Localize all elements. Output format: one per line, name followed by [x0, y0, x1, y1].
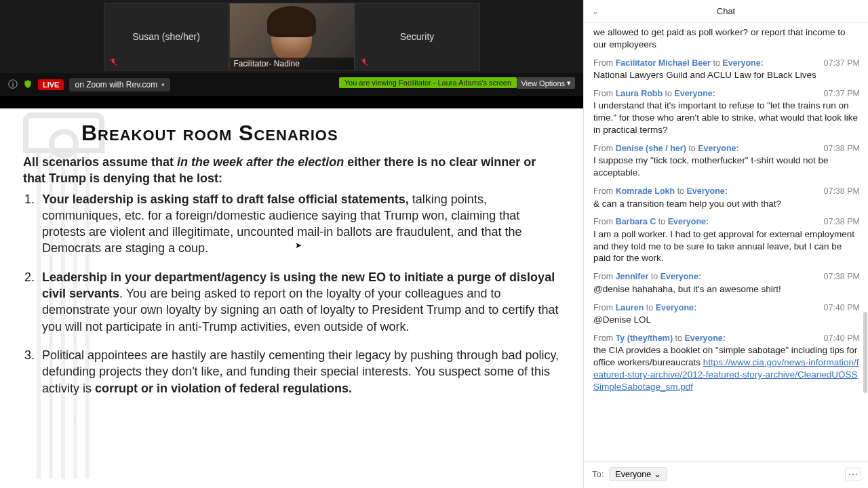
intro-em: in the week after the election: [177, 155, 344, 169]
chat-messages[interactable]: we allowed to get paid as poll worker? o…: [584, 23, 868, 461]
chevron-down-icon: ⌄: [654, 469, 661, 479]
shared-screen: Breakout room Scenarios All scenarios as…: [0, 96, 583, 488]
chat-message-body: I suppose my "tick tock, motherfucker" t…: [593, 155, 860, 179]
to-label: To:: [592, 469, 604, 479]
chat-message-time: 07:38 PM: [823, 216, 860, 228]
scrollbar-thumb[interactable]: [863, 312, 867, 393]
participant-name: Facilitator- Nadine: [230, 58, 354, 70]
stream-label: on Zoom with Rev.com: [75, 80, 157, 89]
scenario-item: Your leadership is asking staff to draft…: [38, 191, 560, 257]
participant-tile-susan[interactable]: Susan (she/her): [104, 3, 229, 70]
chat-message-header: From Komrade Lokh to Everyone:07:38 PM: [593, 186, 860, 197]
chat-message-time: 07:38 PM: [823, 143, 860, 155]
chat-link[interactable]: https://www.cia.gov/news-information/fea…: [593, 357, 859, 392]
view-options-button[interactable]: View Options ▾: [517, 77, 575, 89]
chevron-down-icon: ▾: [567, 79, 571, 87]
chat-message: From Denise (she / her) to Everyone:07:3…: [593, 143, 860, 179]
chat-message-body: I understand that it's important to refu…: [593, 100, 860, 136]
participant-tile-nadine[interactable]: Facilitator- Nadine: [229, 3, 355, 70]
audience-value: Everyone: [615, 470, 651, 479]
chat-message-header: From Jennifer to Everyone:07:38 PM: [593, 271, 860, 283]
chat-message: From Laura Robb to Everyone:07:37 PMI un…: [593, 88, 860, 136]
chat-message-time: 07:37 PM: [823, 88, 860, 100]
participant-name: Susan (she/her): [132, 31, 200, 42]
scenario-lead: corrupt or in violation of federal regul…: [95, 382, 352, 395]
audience-selector[interactable]: Everyone ⌄: [609, 467, 667, 481]
slide-content: Breakout room Scenarios All scenarios as…: [0, 108, 583, 488]
meeting-toolbar: ⓘ LIVE on Zoom with Rev.com ▾ You are vi…: [0, 73, 583, 96]
scenario-rest: . You are being asked to report on the l…: [42, 287, 558, 333]
column-decoration: [23, 113, 104, 488]
more-button[interactable]: ⋯: [845, 468, 861, 481]
mute-icon: [108, 58, 118, 67]
scenario-list: Your leadership is asking staff to draft…: [38, 191, 560, 396]
chat-message: From Facilitator Michael Beer to Everyon…: [593, 58, 860, 81]
live-badge: LIVE: [38, 79, 64, 90]
view-options-label: View Options: [521, 79, 565, 87]
chat-message-body: & can a transition team help you out wit…: [593, 198, 860, 210]
chat-message-time: 07:37 PM: [823, 58, 860, 69]
chat-message-body: @Denise LOL: [593, 314, 860, 326]
shield-icon[interactable]: [23, 79, 33, 91]
chat-message-header: From Ty (they/them) to Everyone:07:40 PM: [593, 333, 860, 344]
chat-message: From Jennifer to Everyone:07:38 PM@denis…: [593, 271, 860, 295]
chevron-down-icon: ▾: [161, 81, 165, 88]
chat-message-time: 07:40 PM: [823, 333, 860, 344]
chat-message-header: From Facilitator Michael Beer to Everyon…: [593, 58, 860, 69]
chat-message-header: From Laura Robb to Everyone:07:37 PM: [593, 88, 860, 100]
meeting-panel: Susan (she/her) Facilitator- Nadine Secu…: [0, 0, 583, 488]
chat-message: From Lauren to Everyone:07:40 PM@Denise …: [593, 302, 860, 326]
chat-panel: ⌄ Chat we allowed to get paid as poll wo…: [583, 0, 868, 488]
chat-message-header: From Barbara C to Everyone:07:38 PM: [593, 216, 860, 228]
video-gallery: Susan (she/her) Facilitator- Nadine Secu…: [0, 0, 583, 73]
stream-selector[interactable]: on Zoom with Rev.com ▾: [69, 78, 170, 92]
chat-message-body: National Lawyers Guild and ACLU Law for …: [593, 69, 860, 81]
chat-message-body: we allowed to get paid as poll worker? o…: [593, 26, 860, 51]
chat-message-time: 07:40 PM: [823, 302, 860, 314]
mute-icon: [359, 58, 369, 67]
scenario-item: Leadership in your department/agency is …: [38, 269, 560, 335]
chat-message: From Ty (they/them) to Everyone:07:40 PM…: [593, 333, 860, 393]
info-icon[interactable]: ⓘ: [8, 79, 18, 91]
chat-title: Chat: [717, 6, 735, 16]
slide-title: Breakout room Scenarios: [81, 121, 560, 146]
chat-message: we allowed to get paid as poll worker? o…: [593, 26, 860, 51]
participant-tile-security[interactable]: Security: [355, 3, 480, 70]
chat-message: From Komrade Lokh to Everyone:07:38 PM& …: [593, 186, 860, 209]
chat-message-header: From Lauren to Everyone:07:40 PM: [593, 302, 860, 314]
chat-message: From Barbara C to Everyone:07:38 PMI am …: [593, 216, 860, 264]
collapse-icon[interactable]: ⌄: [592, 7, 599, 16]
screen-share-banner: You are viewing Facilitator - Laura Adam…: [339, 77, 517, 88]
app-root: Susan (she/her) Facilitator- Nadine Secu…: [0, 0, 868, 488]
chat-message-time: 07:38 PM: [823, 271, 860, 283]
chat-message-body: I am a poll worker. I had to get approva…: [593, 228, 860, 264]
participant-name: Security: [400, 31, 435, 42]
chat-message-body: @denise hahahaha, but it's an awesome sh…: [593, 283, 860, 296]
chat-message-header: From Denise (she / her) to Everyone:07:3…: [593, 143, 860, 155]
scenario-item: Political appointees are hastily are has…: [38, 347, 560, 396]
chat-message-time: 07:38 PM: [823, 186, 860, 197]
chat-compose: To: Everyone ⌄ ⋯: [584, 461, 868, 488]
chat-message-body: the CIA provides a booklet on "simple sa…: [593, 344, 860, 392]
chat-header: ⌄ Chat: [584, 0, 868, 23]
